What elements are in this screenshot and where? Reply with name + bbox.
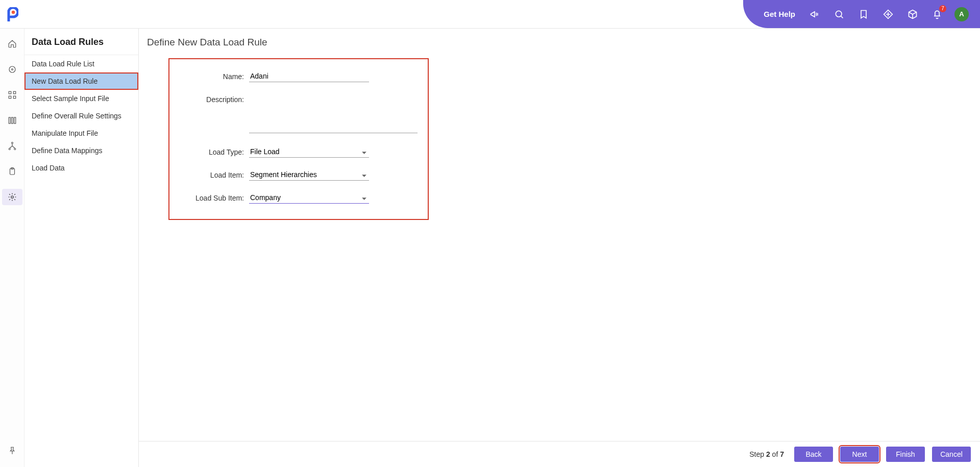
sidebar-item-overall-settings[interactable]: Define Overall Rule Settings [24, 107, 138, 125]
svg-point-13 [14, 149, 15, 150]
label-load-type: Load Type: [185, 146, 249, 156]
notification-badge: 7 [939, 5, 946, 12]
rail-home[interactable] [2, 36, 22, 52]
rule-form: Name: Description: Load Type: [168, 58, 429, 220]
load-type-value[interactable] [249, 146, 369, 158]
icon-rail [0, 29, 24, 467]
announce-icon[interactable] [807, 7, 822, 21]
app-logo [6, 7, 18, 21]
svg-point-12 [9, 149, 10, 150]
cancel-button[interactable]: Cancel [932, 447, 971, 462]
svg-rect-8 [9, 117, 10, 124]
back-button[interactable]: Back [794, 447, 833, 462]
finish-button[interactable]: Finish [886, 447, 925, 462]
load-sub-item-select[interactable] [249, 192, 369, 204]
page-heading: Define New Data Load Rule [144, 37, 980, 48]
logo-container [0, 0, 24, 28]
load-item-value[interactable] [249, 169, 369, 181]
bookmark-icon[interactable] [856, 7, 871, 21]
svg-point-11 [11, 142, 13, 144]
svg-rect-9 [11, 117, 13, 124]
top-bar: Get Help 7 A [0, 0, 980, 29]
label-load-sub-item: Load Sub Item: [185, 192, 249, 202]
sidebar-item-new-rule[interactable]: New Data Load Rule [24, 72, 138, 90]
top-bar-actions: Get Help 7 A [743, 0, 980, 28]
rail-hierarchy[interactable] [2, 138, 22, 154]
svg-rect-4 [9, 91, 11, 94]
sidebar-item-mappings[interactable]: Define Data Mappings [24, 142, 138, 159]
sidebar-item-manipulate[interactable]: Manipulate Input File [24, 125, 138, 142]
rail-target[interactable] [2, 61, 22, 78]
rail-pin[interactable] [2, 443, 22, 459]
svg-point-1 [836, 11, 842, 17]
svg-rect-7 [13, 96, 16, 99]
rail-grid[interactable] [2, 87, 22, 103]
sidebar-item-rule-list[interactable]: Data Load Rule List [24, 55, 138, 72]
svg-point-3 [11, 69, 13, 70]
svg-point-0 [12, 10, 15, 14]
label-name: Name: [185, 70, 249, 81]
sidebar-title: Data Load Rules [24, 29, 138, 55]
label-description: Description: [185, 93, 249, 104]
svg-rect-6 [9, 96, 11, 99]
avatar[interactable]: A [954, 7, 969, 21]
load-item-select[interactable] [249, 169, 369, 181]
description-input[interactable] [249, 93, 418, 133]
bell-icon[interactable]: 7 [930, 7, 944, 21]
rail-clipboard[interactable] [2, 163, 22, 180]
svg-rect-5 [13, 91, 16, 94]
sidebar-item-load-data[interactable]: Load Data [24, 159, 138, 177]
cube-icon[interactable] [905, 7, 920, 21]
svg-point-16 [11, 196, 13, 199]
svg-point-2 [9, 66, 15, 72]
sidebar-item-select-sample[interactable]: Select Sample Input File [24, 90, 138, 107]
label-load-item: Load Item: [185, 169, 249, 179]
load-type-select[interactable] [249, 146, 369, 158]
search-icon[interactable] [832, 7, 846, 21]
rail-settings[interactable] [2, 189, 22, 205]
wizard-footer: Step 2 of 7 Back Next Finish Cancel [139, 441, 980, 467]
get-help-link[interactable]: Get Help [764, 10, 795, 18]
name-input[interactable] [249, 70, 369, 82]
steps-sidebar: Data Load Rules Data Load Rule List New … [24, 29, 139, 467]
svg-rect-10 [14, 117, 15, 124]
next-button[interactable]: Next [840, 447, 879, 462]
main-content: Define New Data Load Rule Name: Descript… [139, 29, 980, 467]
rail-columns[interactable] [2, 112, 22, 129]
load-sub-item-value[interactable] [249, 192, 369, 204]
diamond-icon[interactable] [881, 7, 895, 21]
step-indicator: Step 2 of 7 [749, 450, 784, 458]
